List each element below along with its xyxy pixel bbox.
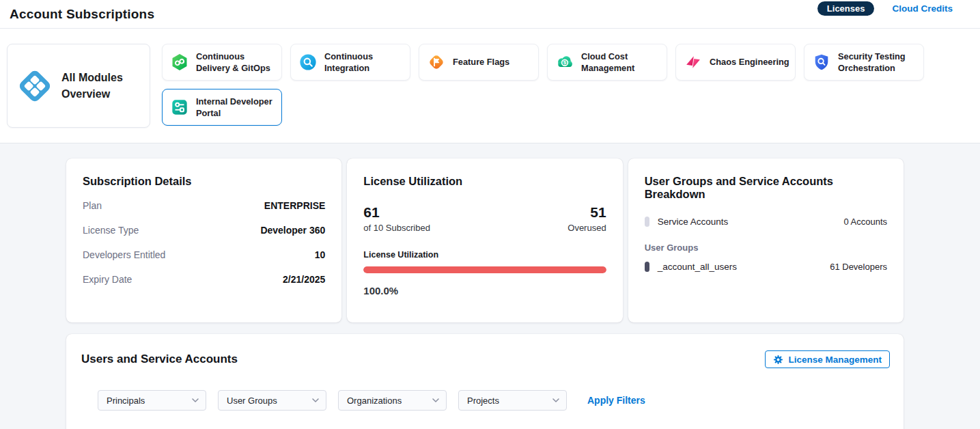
service-accounts-value: 0 Accounts — [843, 217, 887, 227]
page-title: Account Subscriptions — [10, 7, 154, 22]
module-card-internal-developer-portal[interactable]: Internal Developer Portal — [162, 89, 282, 126]
user-group-value: 61 Developers — [830, 262, 887, 272]
module-label: Internal Developer Portal — [196, 96, 276, 120]
chaos-icon — [684, 53, 702, 71]
user-group-name: _account_all_users — [658, 262, 737, 272]
overused-count: 51 — [568, 204, 606, 220]
filter-dropdown-principals[interactable]: Principals — [98, 390, 206, 411]
user-group-row: _account_all_users 61 Developers — [645, 262, 887, 272]
utilization-bar-label: License Utilization — [363, 250, 606, 260]
module-label: Continuous Delivery & GitOps — [196, 51, 276, 74]
used-caption: of 10 Subscribed — [363, 223, 430, 233]
license-utilization-card: License Utilization 61 of 10 Subscribed … — [347, 158, 622, 322]
detail-label: License Type — [83, 224, 139, 237]
all-modules-icon — [17, 68, 53, 104]
chevron-down-icon — [192, 398, 199, 402]
detail-label: Plan — [83, 199, 102, 212]
detail-label: Developers Entitled — [83, 249, 165, 262]
detail-value: ENTERPRISE — [264, 199, 325, 212]
user-groups-heading: User Groups — [645, 243, 887, 253]
detail-value: 10 — [315, 249, 326, 262]
user-group-bullet — [645, 262, 649, 272]
filter-dropdown-projects[interactable]: Projects — [458, 390, 567, 411]
detail-value: Developer 360 — [260, 224, 325, 237]
breakdown-card: User Groups and Service Accounts Breakdo… — [628, 158, 904, 322]
license-management-label: License Management — [788, 355, 882, 365]
all-modules-overview-card[interactable]: All Modules Overview — [7, 44, 150, 128]
module-card-cloud-cost-management[interactable]: $ Cloud Cost Management — [547, 44, 667, 81]
module-selector-band: All Modules Overview Continuous Delivery… — [0, 29, 980, 143]
chevron-down-icon — [552, 398, 559, 402]
utilization-bar-track — [363, 266, 606, 273]
feature-flags-icon — [428, 53, 445, 71]
gear-icon — [773, 355, 783, 365]
module-chip-grid: Continuous Delivery & GitOps Continuous … — [162, 44, 924, 127]
module-card-chaos-engineering[interactable]: Chaos Engineering — [675, 44, 796, 81]
users-and-service-accounts-card: Users and Service Accounts License Manag… — [66, 334, 904, 429]
utilization-percent: 100.0% — [363, 285, 606, 296]
subscription-details-card: Subscription Details Plan ENTERPRISE Lic… — [66, 158, 341, 322]
detail-row: Expiry Date 2/21/2025 — [83, 273, 325, 286]
module-card-security-testing-orchestration[interactable]: Security Testing Orchestration — [804, 44, 924, 81]
overused-caption: Overused — [568, 223, 606, 233]
license-utilization-title: License Utilization — [363, 175, 606, 188]
detail-value: 2/21/2025 — [283, 273, 325, 286]
breakdown-title: User Groups and Service Accounts Breakdo… — [645, 175, 887, 201]
apply-filters-link[interactable]: Apply Filters — [587, 395, 645, 406]
subscription-details-rows: Plan ENTERPRISE License Type Developer 3… — [83, 199, 325, 286]
service-accounts-label: Service Accounts — [658, 217, 729, 227]
tab-cloud-credits[interactable]: Cloud Credits — [892, 3, 953, 14]
service-accounts-row: Service Accounts 0 Accounts — [645, 217, 887, 227]
module-label: Chaos Engineering — [710, 56, 789, 68]
chevron-down-icon — [432, 398, 439, 402]
cd-gitops-icon — [171, 53, 188, 71]
filter-label: User Groups — [227, 396, 277, 406]
main-content: Subscription Details Plan ENTERPRISE Lic… — [0, 143, 980, 429]
user-groups-list: _account_all_users 61 Developers — [645, 262, 887, 272]
service-accounts-bullet — [645, 217, 649, 227]
module-label: Feature Flags — [453, 56, 509, 68]
filter-label: Organizations — [347, 396, 402, 406]
chevron-down-icon — [312, 398, 319, 402]
cloud-cost-icon: $ — [556, 53, 574, 71]
subscription-details-title: Subscription Details — [83, 175, 325, 188]
license-management-button[interactable]: License Management — [765, 350, 890, 368]
filters-row: Apply Filters Principals User Groups Org… — [98, 390, 890, 411]
filter-label: Projects — [467, 396, 499, 406]
used-count: 61 — [363, 204, 430, 220]
header-tabs: Licenses Cloud Credits — [817, 0, 953, 16]
utilization-bar-fill — [363, 266, 606, 273]
summary-cards-row: Subscription Details Plan ENTERPRISE Lic… — [66, 158, 904, 322]
filter-dropdown-user-groups[interactable]: User Groups — [218, 390, 326, 411]
all-modules-overview-label: All Modules Overview — [61, 70, 137, 102]
sto-shield-icon — [813, 53, 830, 71]
module-label: Cloud Cost Management — [581, 51, 661, 74]
module-card-continuous-integration[interactable]: Continuous Integration — [290, 44, 410, 81]
detail-row: Developers Entitled 10 — [83, 249, 325, 262]
svg-text:$: $ — [563, 59, 567, 66]
filter-label: Principals — [107, 396, 145, 406]
page-header: Account Subscriptions Licenses Cloud Cre… — [0, 0, 980, 29]
ci-icon — [299, 53, 317, 71]
detail-row: License Type Developer 360 — [83, 224, 325, 237]
tab-licenses[interactable]: Licenses — [817, 1, 875, 16]
users-section-title: Users and Service Accounts — [81, 352, 238, 366]
module-label: Continuous Integration — [324, 51, 404, 74]
filter-dropdown-organizations[interactable]: Organizations — [338, 390, 447, 411]
module-card-feature-flags[interactable]: Feature Flags — [419, 44, 539, 81]
module-label: Security Testing Orchestration — [838, 51, 918, 74]
module-card-continuous-delivery-gitops[interactable]: Continuous Delivery & GitOps — [162, 44, 282, 81]
detail-row: Plan ENTERPRISE — [83, 199, 325, 212]
detail-label: Expiry Date — [83, 273, 132, 286]
idp-icon — [171, 98, 188, 116]
